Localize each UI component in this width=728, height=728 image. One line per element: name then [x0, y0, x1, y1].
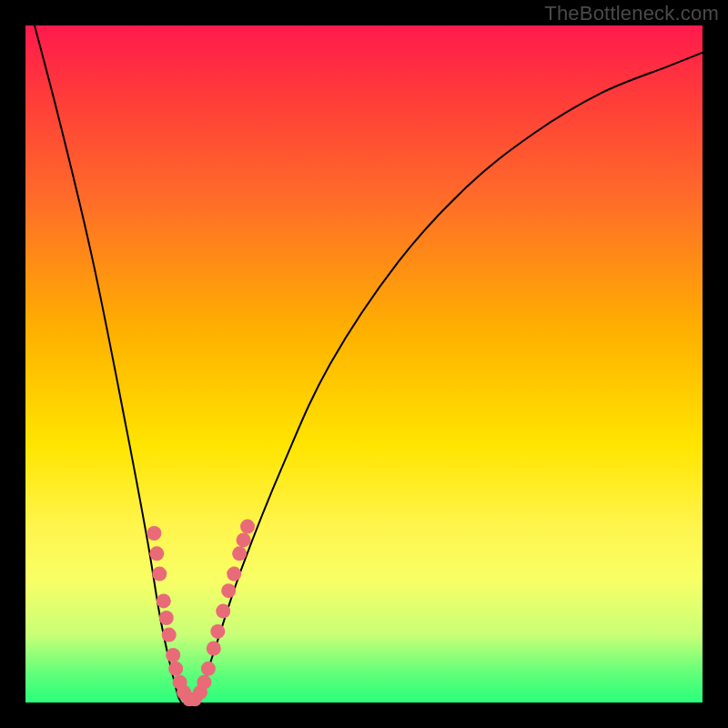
curve-marker: [207, 642, 221, 656]
curve-marker: [237, 532, 251, 547]
curve-marker: [147, 526, 161, 541]
curve-marker: [168, 662, 183, 676]
curve-marker: [221, 583, 236, 598]
chart-frame: TheBottleneck.com: [0, 0, 728, 728]
curve-marker: [197, 675, 211, 690]
curve-marker: [232, 546, 247, 561]
curve-marker: [216, 604, 230, 619]
curve-marker: [201, 662, 216, 676]
curve-marker: [210, 624, 225, 639]
marker-group: [147, 520, 255, 707]
curve-marker: [152, 567, 167, 581]
curve-marker: [157, 593, 171, 608]
plot-area: [25, 25, 703, 703]
curve-marker: [159, 611, 174, 625]
curve-marker: [227, 567, 241, 581]
bottleneck-curve: [25, 0, 703, 704]
watermark-text: TheBottleneck.com: [544, 2, 719, 25]
curve-marker: [240, 520, 255, 534]
curve-marker: [166, 648, 180, 662]
curve-marker: [149, 546, 164, 561]
curve-marker: [162, 628, 177, 642]
bottleneck-curve-svg: [25, 25, 703, 703]
